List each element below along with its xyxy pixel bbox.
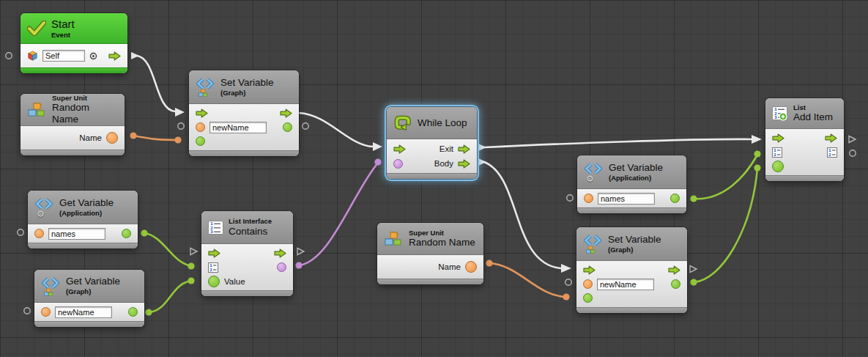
value-input-port[interactable] — [196, 136, 205, 146]
flow-output-port[interactable] — [825, 133, 837, 143]
result-output-port[interactable] — [277, 262, 286, 272]
wire-value-getvariableapp1-to-contains-list[interactable] — [144, 233, 191, 266]
list-icon: 1 2 3 — [208, 221, 223, 235]
variable-brackets-icon: ⚙ — [584, 162, 604, 182]
node-footer — [377, 279, 483, 284]
node-get-variable-application-2[interactable]: ⚙ Get Variable (Application) — [577, 155, 686, 213]
variable-name-field[interactable] — [48, 228, 105, 240]
flow-output-port[interactable] — [280, 108, 292, 118]
node-super-unit-random-name-1[interactable]: Super Unit Random Name Name — [21, 94, 125, 155]
svg-text:2: 2 — [774, 152, 776, 157]
node-footer — [201, 290, 293, 296]
node-get-variable-graph-1[interactable]: Get Variable (Graph) — [34, 270, 144, 327]
variable-name-port[interactable] — [584, 194, 593, 203]
value-output-port[interactable] — [671, 279, 680, 289]
node-kind: Super Unit — [409, 229, 475, 237]
node-title: Start — [51, 18, 75, 31]
node-footer — [765, 175, 844, 181]
value-input-port[interactable] — [208, 276, 220, 287]
node-footer — [21, 150, 125, 155]
wire-bool-contains-to-whileloop-condition[interactable] — [299, 163, 378, 265]
flow-input-port[interactable] — [208, 249, 220, 258]
value-output-port[interactable] — [670, 194, 680, 203]
value-output-port[interactable] — [283, 122, 292, 132]
wire-flow-whileloop-body-to-setvariable2[interactable] — [484, 162, 561, 268]
wire-value-setvariable2-to-additem-item[interactable] — [694, 169, 757, 282]
exit-port-label: Exit — [439, 144, 453, 153]
node-list-add-item[interactable]: 1 2 3 List Add Item — [765, 98, 844, 181]
flow-output-port[interactable] — [274, 249, 286, 258]
target-icon[interactable] — [89, 52, 97, 60]
wire-string-randomname2-to-setvariable2[interactable] — [489, 263, 566, 297]
value-output-port[interactable] — [128, 307, 138, 317]
variable-name-port[interactable] — [196, 122, 205, 132]
node-title: Get Variable — [609, 162, 663, 174]
node-title: Set Variable — [220, 77, 274, 89]
item-input-port[interactable] — [772, 161, 784, 172]
condition-input-port[interactable] — [393, 159, 403, 169]
variable-name-field[interactable] — [598, 193, 655, 205]
node-set-variable-graph-2[interactable]: Set Variable (Graph) — [576, 227, 687, 313]
variable-name-port[interactable] — [34, 229, 44, 238]
flow-input-port[interactable] — [772, 133, 784, 143]
node-get-variable-application-1[interactable]: ⚙ Get Variable (Application) — [28, 191, 138, 249]
gear-icon: ⚙ — [586, 174, 594, 183]
wire-flow-start-to-setvariable1[interactable] — [137, 56, 175, 111]
wire-value-getvariableapp2-to-additem-list[interactable] — [694, 155, 757, 199]
variable-name-port[interactable] — [583, 279, 593, 289]
node-list-contains[interactable]: 1 2 3 List Interface Contains — [201, 211, 293, 296]
wire-value-getvariablegraph1-to-contains-value[interactable] — [149, 281, 191, 312]
node-start-event[interactable]: Start Event — [21, 13, 127, 73]
variable-brackets-icon — [583, 234, 603, 254]
node-set-variable-graph-1[interactable]: Set Variable (Graph) — [189, 70, 299, 156]
body-flow-output-port[interactable] — [458, 159, 470, 169]
svg-text:2: 2 — [209, 268, 212, 272]
flow-output-port[interactable] — [668, 265, 680, 275]
variable-name-field[interactable] — [597, 279, 654, 290]
exit-flow-output-port[interactable] — [458, 144, 470, 154]
graph-boxes-icon — [586, 246, 595, 254]
graph-canvas[interactable]: Start Event — [0, 0, 868, 357]
list-output-port[interactable]: 1 2 — [827, 147, 837, 158]
flow-input-port[interactable] — [583, 265, 596, 275]
list-input-port[interactable]: 1 2 — [772, 147, 782, 158]
node-header: Start Event — [21, 13, 127, 44]
variable-brackets-icon: ⚙ — [34, 197, 54, 217]
wire-flow-whileloop-exit-to-additem[interactable] — [484, 139, 752, 147]
variable-name-field[interactable] — [209, 122, 267, 133]
value-input-port[interactable] — [583, 293, 593, 303]
node-footer — [577, 207, 686, 213]
graph-boxes-icon — [199, 89, 207, 97]
node-footer — [576, 307, 687, 313]
node-header: 1 2 3 List Add Item — [765, 98, 844, 129]
wire-string-randomname1-to-setvariable1[interactable] — [133, 136, 178, 140]
output-port-label: Name — [438, 262, 461, 271]
super-unit-boxes-icon — [384, 229, 404, 248]
node-title: While Loop — [418, 117, 467, 129]
node-super-unit-random-name-2[interactable]: Super Unit Random Name Name — [377, 223, 483, 284]
variable-name-field[interactable] — [55, 306, 112, 318]
name-output-port[interactable] — [465, 261, 477, 273]
node-header: Set Variable (Graph) — [576, 227, 687, 261]
node-kind: List — [793, 103, 833, 111]
self-target-field[interactable] — [42, 50, 85, 62]
list-input-port[interactable]: 1 2 — [208, 262, 218, 273]
node-footer — [387, 173, 477, 179]
value-port-label: Value — [224, 277, 245, 286]
flow-input-port[interactable] — [393, 144, 406, 154]
node-title: Add Item — [793, 111, 833, 123]
node-header: Super Unit Random Name — [377, 223, 483, 255]
graph-boxes-icon — [44, 289, 53, 296]
flow-input-port[interactable] — [196, 108, 208, 118]
variable-name-port[interactable] — [41, 307, 51, 317]
node-title: Get Variable — [66, 276, 120, 287]
value-output-port[interactable] — [122, 229, 131, 238]
wire-flow-setvariable1-to-whileloop[interactable] — [299, 113, 373, 147]
svg-text:2: 2 — [828, 152, 831, 157]
node-footer — [28, 243, 138, 249]
output-port-label: Name — [79, 133, 102, 142]
svg-text:3: 3 — [774, 115, 777, 119]
flow-output-port[interactable] — [108, 51, 121, 61]
name-output-port[interactable] — [106, 132, 118, 144]
node-while-loop[interactable]: While Loop Exit Body — [387, 107, 477, 179]
